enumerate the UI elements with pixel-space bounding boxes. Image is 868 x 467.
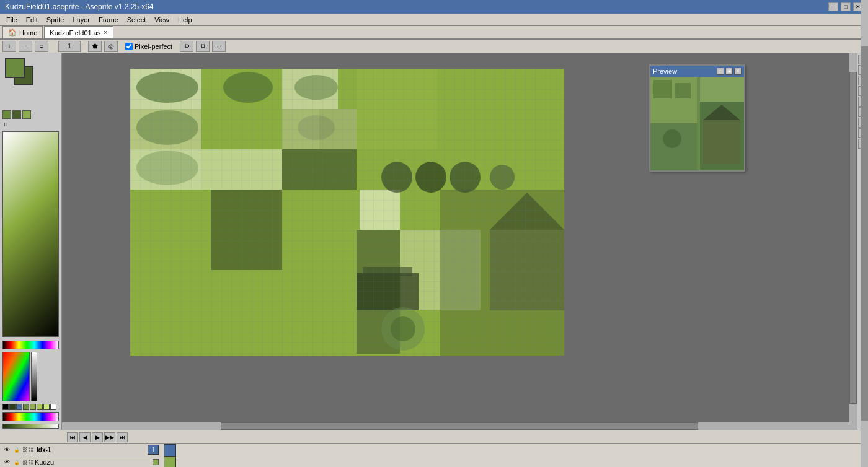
left-panel: II (0, 53, 62, 430)
layer-name-idx1: Idx-1 (35, 446, 146, 454)
layer-color-kudzu (153, 459, 159, 465)
menu-layer[interactable]: Layer (69, 15, 94, 24)
frame-cell-kudzu[interactable] (164, 456, 176, 467)
layer-row-kudzu[interactable]: ⛓⛓ Kudzu (0, 456, 161, 467)
play-button[interactable]: ▶ (92, 432, 103, 442)
new-frame-button[interactable]: + (2, 41, 16, 52)
layers-scrollbar[interactable] (861, 444, 868, 467)
layers-panel: ⛓⛓ Idx-1 1 ⛓⛓ Kudzu ⛓⛓ Background (0, 444, 161, 467)
eye-button[interactable]: ◎ (104, 41, 118, 52)
menu-help[interactable]: Help (174, 15, 196, 24)
menu-view[interactable]: View (151, 15, 173, 24)
color-picker-gradient[interactable] (2, 131, 59, 337)
svg-rect-40 (675, 83, 691, 98)
palette-1[interactable] (9, 404, 16, 410)
tab-sprite-label: KudzuField01.as (50, 29, 100, 37)
layer-frame-idx1: 1 (148, 445, 159, 455)
next-frame-button[interactable]: ▶▶ (104, 432, 115, 442)
prev-frame-button[interactable]: ◀ (79, 432, 91, 442)
foreground-color[interactable] (5, 58, 25, 78)
tab-close-icon[interactable]: ✕ (103, 29, 108, 36)
layers-area: ⛓⛓ Idx-1 1 ⛓⛓ Kudzu ⛓⛓ Background (0, 444, 868, 467)
layer-linked-idx1: ⛓⛓ (22, 447, 33, 453)
menu-sprite[interactable]: Sprite (43, 15, 68, 24)
preview-svg (650, 77, 744, 170)
layer-visibility-idx1[interactable] (2, 445, 11, 454)
preview-title-text: Preview (653, 68, 677, 75)
palette-5[interactable] (37, 404, 43, 410)
palette-0[interactable] (2, 404, 9, 410)
svg-rect-34 (700, 77, 744, 102)
full-hue-bar[interactable] (2, 412, 59, 421)
pixel-perfect-checkbox[interactable] (125, 43, 133, 50)
first-frame-button[interactable]: ⏮ (67, 432, 78, 442)
swatch-2[interactable] (22, 110, 31, 119)
v-scrollbar-thumb[interactable] (849, 72, 857, 404)
preview-settings-button[interactable]: ▣ (725, 68, 733, 75)
color-swatches-row (0, 108, 61, 120)
preview-controls: □ ▣ ✕ (717, 68, 742, 75)
swatch-1[interactable] (12, 110, 21, 119)
more-button[interactable]: ··· (212, 41, 226, 52)
svg-point-41 (663, 129, 681, 148)
layer-lock-kudzu[interactable] (12, 458, 21, 466)
vertical-scrollbar[interactable] (849, 53, 857, 422)
frame-indicator: II (0, 120, 61, 129)
tab-home[interactable]: 🏠 Home (2, 26, 43, 38)
h-scrollbar-thumb[interactable] (221, 422, 698, 430)
palette-3[interactable] (23, 404, 29, 410)
swatch-0[interactable] (2, 110, 11, 119)
zoom-value: 1 (68, 43, 71, 50)
svg-rect-31 (130, 69, 564, 356)
tileset-canvas[interactable] (130, 69, 564, 356)
layer-lock-idx1[interactable] (12, 445, 21, 454)
tool-options-bar: + − ≡ 1 ⬟ ◎ Pixel-perfect ⚙ ⚙ ··· (0, 40, 868, 53)
palette-2[interactable] (16, 404, 22, 410)
menu-select[interactable]: Select (123, 15, 150, 24)
svg-rect-39 (653, 80, 672, 98)
delete-frame-button[interactable]: − (19, 41, 32, 52)
minimize-button[interactable]: ─ (828, 2, 838, 11)
menu-bar: File Edit Sprite Layer Frame Select View… (0, 14, 868, 26)
frame-cell-idx1[interactable] (164, 444, 176, 456)
options-button[interactable]: ≡ (35, 41, 48, 52)
palette-row (0, 403, 61, 411)
saturation-bar[interactable] (2, 424, 59, 429)
tab-sprite[interactable]: KudzuField01.as ✕ (44, 26, 113, 38)
maximize-button[interactable]: □ (841, 2, 851, 11)
menu-edit[interactable]: Edit (22, 15, 42, 24)
preview-canvas (650, 77, 744, 170)
settings-button-1[interactable]: ⚙ (180, 41, 193, 52)
layer-linked-kudzu: ⛓⛓ (22, 459, 33, 465)
preview-restore-button[interactable]: □ (717, 68, 724, 75)
frames-area (161, 444, 868, 467)
color-fg-bg (2, 56, 40, 87)
hue-gradient-bar[interactable] (2, 341, 59, 349)
title-bar-controls: ─ □ ✕ (828, 2, 863, 11)
title-bar: KudzuField01.aseprite - Aseprite v1.2.25… (0, 0, 868, 14)
settings-button-2[interactable]: ⚙ (196, 41, 210, 52)
layer-row-idx1[interactable]: ⛓⛓ Idx-1 1 (0, 444, 161, 456)
bottom-section: ⏮ ◀ ▶ ▶▶ ⏭ ⛓⛓ Idx-1 1 ⛓⛓ Kudzu (0, 430, 868, 467)
preview-close-button[interactable]: ✕ (734, 68, 742, 75)
home-icon: 🏠 (8, 28, 17, 37)
pixel-perfect-text: Pixel-perfect (135, 43, 172, 50)
preview-window: Preview □ ▣ ✕ (649, 64, 745, 172)
horizontal-scrollbar[interactable] (62, 422, 857, 430)
color-boxes (0, 351, 61, 403)
last-frame-button[interactable]: ⏭ (117, 432, 128, 442)
menu-file[interactable]: File (2, 15, 21, 24)
color-spectrum[interactable] (2, 352, 30, 401)
palette-4[interactable] (30, 404, 36, 410)
layer-visibility-kudzu[interactable] (2, 458, 11, 466)
canvas-area: Preview □ ▣ ✕ (62, 53, 857, 430)
preview-title-bar: Preview □ ▣ ✕ (650, 66, 744, 77)
tab-home-label: Home (19, 29, 37, 37)
zoom-input-wrap[interactable]: 1 (58, 41, 81, 52)
palette-7[interactable] (50, 404, 56, 410)
palette-6[interactable] (43, 404, 50, 410)
tileset-svg (130, 69, 564, 356)
brush-button[interactable]: ⬟ (88, 41, 102, 52)
menu-frame[interactable]: Frame (95, 15, 122, 24)
brightness-bar[interactable] (31, 352, 37, 401)
